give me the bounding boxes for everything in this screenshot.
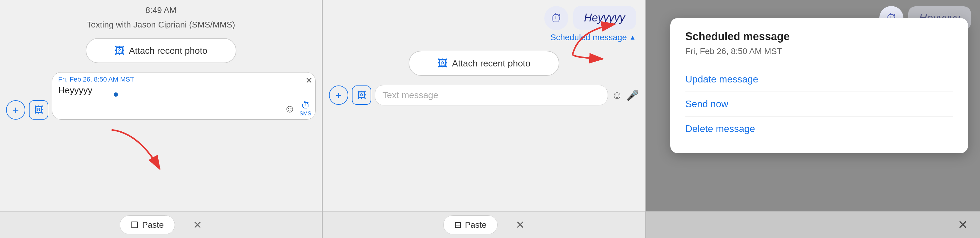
scheduled-date-1: Fri, Feb 26, 8:50 AM MST xyxy=(52,72,315,84)
input-icons-1: ☺ ⏱ SMS xyxy=(52,99,315,119)
send-sms-button-1[interactable]: ⏱ SMS xyxy=(299,100,311,117)
update-message-button[interactable]: Update message xyxy=(686,67,953,92)
bottom-bar-1: ❏ Paste ✕ xyxy=(0,211,322,238)
panel-1: 8:49 AM Texting with Jason Cipriani (SMS… xyxy=(0,0,322,238)
modal-title: Scheduled message xyxy=(686,30,953,43)
gallery-button-1[interactable]: 🖼 xyxy=(29,100,48,120)
paste-button-1[interactable]: ❏ Paste xyxy=(120,216,175,234)
text-placeholder-2: Text message xyxy=(382,90,438,100)
clock-icon-2: ⏱ xyxy=(544,6,568,30)
bottom-bar-2: ⊟ Paste ✕ xyxy=(323,211,645,238)
panel-2: ⏱ Heyyyyy Scheduled message ▲ 🖼 Attach r… xyxy=(323,0,645,238)
emoji-button-1[interactable]: ☺ xyxy=(284,102,296,115)
text-message-input-2[interactable]: Text message xyxy=(375,85,608,105)
dismiss-button-1[interactable]: ✕ xyxy=(193,219,202,232)
image-icon-1: 🖼 xyxy=(115,45,125,56)
message-input-box-1[interactable]: Fri, Feb 26, 8:50 AM MST Heyyyyy ☺ ⏱ SMS… xyxy=(52,72,316,120)
sms-label-1: SMS xyxy=(299,110,311,117)
panel3-bottom: ✕ xyxy=(646,211,980,238)
dismiss-button-2[interactable]: ✕ xyxy=(515,219,525,232)
attach-photo-button-1[interactable]: 🖼 Attach recent photo xyxy=(86,38,236,63)
send-now-button[interactable]: Send now xyxy=(686,92,953,117)
cursor-1 xyxy=(114,93,118,97)
add-button-2[interactable]: ＋ xyxy=(329,85,348,105)
contact-header: Texting with Jason Cipriani (SMS/MMS) xyxy=(0,18,322,35)
input-row-1: ＋ 🖼 Fri, Feb 26, 8:50 AM MST Heyyyyy ☺ ⏱… xyxy=(0,69,322,150)
delete-message-button[interactable]: Delete message xyxy=(686,117,953,141)
input-row-2: ＋ 🖼 Text message ☺ 🎤 xyxy=(323,82,645,136)
gallery-icon-2: 🖼 xyxy=(357,90,366,100)
image-icon-2: 🖼 xyxy=(438,58,448,69)
mic-button-2[interactable]: 🎤 xyxy=(626,89,639,101)
heyyyyy-bubble-2: Heyyyyy xyxy=(573,6,636,30)
scheduled-message-label-2[interactable]: Scheduled message ▲ xyxy=(323,30,645,45)
panel-3: ⏱ Heyyyyy Scheduled message Fri, Feb 26,… xyxy=(646,0,980,238)
gallery-button-2[interactable]: 🖼 xyxy=(352,85,371,105)
modal-date: Fri, Feb 26, 8:50 AM MST xyxy=(686,46,953,56)
paste-button-2[interactable]: ⊟ Paste xyxy=(443,216,498,234)
scheduled-message-modal: Scheduled message Fri, Feb 26, 8:50 AM M… xyxy=(670,18,968,153)
time-header: 8:49 AM xyxy=(0,0,322,18)
chevron-up-icon-2: ▲ xyxy=(629,34,636,42)
message-text-1: Heyyyyy xyxy=(52,84,315,99)
add-icon-1: ＋ xyxy=(11,103,21,117)
gallery-icon-1: 🖼 xyxy=(34,105,43,115)
close-input-button-1[interactable]: ✕ xyxy=(305,75,312,85)
emoji-button-2[interactable]: ☺ xyxy=(611,89,623,101)
add-button-1[interactable]: ＋ xyxy=(6,100,25,120)
panel2-top: ⏱ Heyyyyy xyxy=(323,0,645,30)
add-icon-2: ＋ xyxy=(334,88,344,102)
paste-icon-1: ❏ xyxy=(131,220,138,230)
send-icon-1: ⏱ xyxy=(301,100,310,110)
attach-photo-button-2[interactable]: 🖼 Attach recent photo xyxy=(409,51,559,76)
paste-icon-2: ⊟ xyxy=(454,220,461,230)
dismiss-button-3[interactable]: ✕ xyxy=(958,218,968,232)
